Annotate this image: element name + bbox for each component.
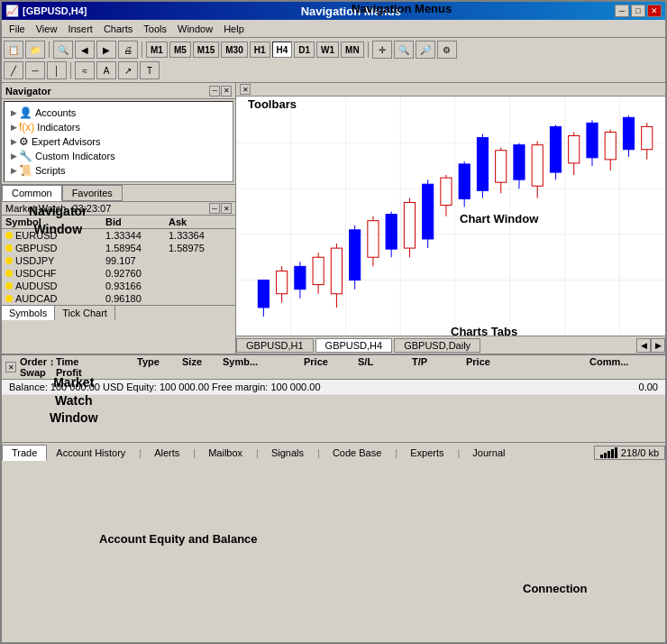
terminal-tab-journal[interactable]: Journal (463, 446, 515, 460)
zoom-in-btn[interactable]: 🔍 (394, 41, 414, 59)
chart-tab-daily[interactable]: GBPUSD,Daily (394, 338, 480, 353)
nav-custom-indicators[interactable]: ▶ 🔧 Custom Indicators (8, 149, 229, 163)
print-btn[interactable]: 🖨 (118, 41, 138, 59)
tf-h4[interactable]: H4 (272, 41, 293, 58)
terminal-tab-history[interactable]: Account History (47, 446, 135, 460)
chart-close-btn[interactable]: ✕ (240, 84, 251, 95)
new-chart-btn[interactable]: 📋 (4, 41, 23, 59)
tf-h1[interactable]: H1 (250, 41, 270, 58)
tf-w1[interactable]: W1 (316, 41, 339, 58)
mw-eurusd-bid: 1.33344 (105, 230, 169, 241)
tf-m30[interactable]: M30 (221, 41, 247, 58)
open-btn[interactable]: 📁 (25, 41, 45, 59)
fwd-btn[interactable]: ▶ (96, 41, 116, 59)
terminal-tab-trade[interactable]: Trade (2, 445, 47, 461)
line-btn[interactable]: ╱ (4, 61, 23, 79)
annotation-account-equity: Account Equity and Balance (99, 532, 258, 546)
signal-bar-4 (611, 449, 614, 458)
nav-close[interactable]: ✕ (221, 86, 232, 97)
mw-usdjpy-bid: 99.107 (105, 255, 169, 266)
tf-mn[interactable]: MN (341, 41, 364, 58)
mw-close[interactable]: ✕ (221, 203, 232, 214)
hline-btn[interactable]: ─ (25, 61, 45, 79)
nav-tab-common[interactable]: Common (2, 185, 62, 201)
signal-bars-icon (600, 447, 617, 458)
text-btn[interactable]: A (96, 61, 116, 79)
chart-tab-h1[interactable]: GBPUSD,H1 (236, 338, 314, 353)
terminal-tab-signals[interactable]: Signals (262, 446, 314, 460)
mw-usdchf[interactable]: USDCHF 0.92760 (2, 267, 235, 280)
tf-m5[interactable]: M5 (169, 41, 191, 58)
mw-gbpusd[interactable]: GBPUSD 1.58954 1.58975 (2, 242, 235, 254)
nav-tab-favorites[interactable]: Favorites (62, 185, 123, 201)
svg-rect-32 (441, 178, 452, 205)
chart-tab-prev[interactable]: ◀ (636, 338, 651, 353)
connection-text: 218/0 kb (621, 447, 659, 458)
navigator-panel: Navigator ─ ✕ ▶ 👤 Accounts ▶ (2, 83, 236, 354)
menu-window[interactable]: Window (172, 22, 218, 36)
nav-indicators[interactable]: ▶ f(x) Indicators (8, 120, 229, 134)
properties-btn[interactable]: ⚙ (437, 41, 457, 59)
menu-help[interactable]: Help (218, 22, 250, 36)
col-size: Size (182, 356, 223, 367)
chart-tab-next[interactable]: ▶ (651, 338, 665, 353)
nav-expert-advisors[interactable]: ▶ ⚙ Expert Advisors (8, 134, 229, 149)
tf-d1[interactable]: D1 (294, 41, 315, 58)
connection-status: 218/0 kb (594, 446, 665, 460)
maximize-button[interactable]: □ (631, 5, 645, 17)
close-button[interactable]: ✕ (647, 5, 662, 17)
mw-eurusd-ask: 1.33364 (169, 230, 232, 241)
mw-eurusd[interactable]: EURUSD 1.33344 1.33364 (2, 229, 235, 242)
minimize-button[interactable]: ─ (615, 5, 629, 17)
menu-charts[interactable]: Charts (98, 22, 138, 36)
chart-svg (236, 97, 665, 336)
nav-btn[interactable]: 🔍 (53, 41, 73, 59)
chart-tab-h4[interactable]: GBPUSD,H4 (315, 338, 393, 353)
terminal-close-btn[interactable]: ✕ (5, 362, 16, 373)
navigator-title-bar: Navigator ─ ✕ (2, 83, 235, 99)
mw-tab-symbols[interactable]: Symbols (2, 306, 55, 320)
menu-tools[interactable]: Tools (138, 22, 172, 36)
menu-file[interactable]: File (4, 22, 31, 36)
chart-canvas[interactable] (236, 97, 665, 336)
menu-view[interactable]: View (31, 22, 63, 36)
mw-audcad[interactable]: AUDCAD 0.96180 (2, 292, 235, 305)
tf-m15[interactable]: M15 (193, 41, 219, 58)
arrow-btn[interactable]: ↗ (118, 61, 138, 79)
svg-rect-26 (386, 215, 397, 249)
terminal-tab-codebase[interactable]: Code Base (324, 446, 391, 460)
toolbar-sep-4 (70, 62, 71, 78)
nav-scripts-label: Scripts (35, 165, 66, 176)
terminal-tab-mailbox[interactable]: Mailbox (199, 446, 252, 460)
col-time: Time (56, 356, 137, 367)
menu-insert[interactable]: Insert (62, 22, 98, 36)
svg-rect-54 (642, 126, 653, 149)
signal-bar-3 (608, 451, 610, 458)
svg-rect-22 (350, 230, 361, 281)
mw-minimize[interactable]: ─ (209, 203, 220, 214)
svg-rect-36 (477, 138, 488, 191)
mw-tab-tick-chart[interactable]: Tick Chart (55, 306, 115, 320)
mw-col-bid: Bid (105, 216, 169, 227)
nav-scripts-expand: ▶ (8, 166, 19, 175)
vline-btn[interactable]: │ (47, 61, 67, 79)
nav-scripts[interactable]: ▶ 📜 Scripts (8, 163, 229, 178)
terminal-tab-alerts[interactable]: Alerts (145, 446, 189, 460)
mw-usdchf-symbol: USDCHF (5, 268, 105, 279)
zoom-out-btn[interactable]: 🔎 (416, 41, 435, 59)
mw-usdjpy[interactable]: USDJPY 99.107 (2, 254, 235, 267)
crosshair-btn[interactable]: ✛ (372, 41, 392, 59)
nav-accounts[interactable]: ▶ 👤 Accounts (8, 106, 229, 120)
svg-rect-44 (550, 126, 561, 172)
balance-row: Balance: 100 000.00 USD Equity: 100 000.… (2, 380, 665, 395)
label-btn[interactable]: T (140, 61, 160, 79)
tf-m1[interactable]: M1 (146, 41, 168, 58)
terminal-tab-experts[interactable]: Experts (401, 446, 453, 460)
svg-rect-40 (514, 145, 525, 179)
back-btn[interactable]: ◀ (75, 41, 95, 59)
nav-minimize[interactable]: ─ (209, 86, 220, 97)
mw-audusd[interactable]: AUDUSD 0.93166 (2, 280, 235, 292)
fib-btn[interactable]: ≈ (75, 61, 95, 79)
signal-bar-5 (615, 447, 617, 458)
mw-col-ask: Ask (169, 216, 232, 227)
